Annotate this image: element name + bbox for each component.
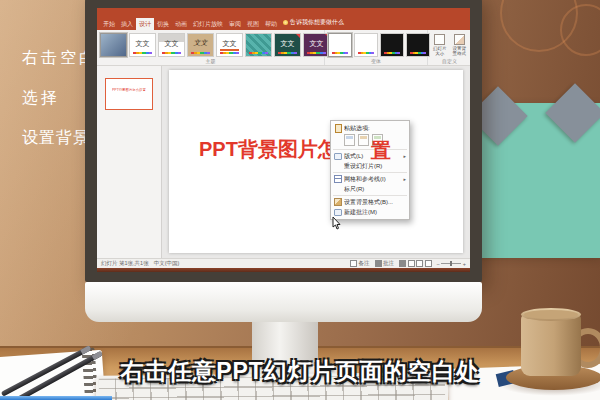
variant-4[interactable] xyxy=(406,33,430,57)
language-indicator[interactable]: 中文(中国) xyxy=(154,260,180,267)
menu-item-label: 网格和参考线(I) xyxy=(344,175,401,184)
slide-thumbnail-text: PPT背景图片怎么设置 xyxy=(109,87,148,91)
layout-icon xyxy=(334,153,342,160)
paste-keep-theme-icon[interactable] xyxy=(344,134,355,146)
theme-current[interactable] xyxy=(100,33,127,57)
submenu-arrow-icon: ▸ xyxy=(403,176,406,182)
paste-options-label: 粘贴选项: xyxy=(344,124,406,133)
theme-calligraphy[interactable]: 文文 xyxy=(187,33,214,57)
comment-icon xyxy=(334,209,342,216)
variant-gallery xyxy=(325,30,427,57)
tab-review[interactable]: 审阅 xyxy=(226,18,244,30)
tab-view[interactable]: 视图 xyxy=(244,18,262,30)
theme-label: 文文 xyxy=(194,40,208,47)
menu-item-label: 新建批注(M) xyxy=(344,208,406,217)
tab-insert[interactable]: 插入 xyxy=(118,18,136,30)
subtitle-caption: 右击任意PPT幻灯片页面的空白处 xyxy=(0,356,600,387)
tab-help[interactable]: 帮助 xyxy=(262,18,280,30)
tutorial-video-frame: 右击空白处 选择 设置背景格式 开始 插入 设计 切换 动画 幻灯片放映 审阅 … xyxy=(0,0,600,400)
slideshow-view-icon[interactable] xyxy=(425,260,432,267)
format-background-icon xyxy=(334,198,342,206)
slide-thumbnail-panel: PPT背景图片怎么设置 xyxy=(97,66,162,258)
customize-group-label: 自定义 xyxy=(428,59,470,64)
paste-options-row xyxy=(331,133,409,148)
slide-size-icon xyxy=(434,34,445,45)
grid-icon xyxy=(334,175,342,183)
comments-icon xyxy=(375,260,382,267)
comments-label: 批注 xyxy=(383,260,394,267)
theme-white-orange[interactable]: 文文 xyxy=(216,33,243,57)
slide-size-button[interactable]: 幻灯片大小 xyxy=(432,34,448,57)
theme-color-strip xyxy=(191,52,210,54)
theme-label: 文文 xyxy=(136,40,150,47)
themes-group: 文文 文文 文文 文文 文文 文文 主题 xyxy=(97,30,325,65)
themes-group-label: 主题 xyxy=(97,59,324,64)
menu-item-new-comment[interactable]: 新建批注(M) xyxy=(331,207,409,217)
slide-size-label: 幻灯片大小 xyxy=(432,46,448,57)
comments-button[interactable]: 批注 xyxy=(375,260,395,267)
menu-divider xyxy=(333,172,407,173)
menu-item-format-background[interactable]: 设置背景格式(B)... xyxy=(331,197,409,207)
theme-color-strip xyxy=(133,52,152,54)
slide-overlay-title-tail: 置 xyxy=(371,137,391,164)
status-bar: 幻灯片 第1张,共1张 中文(中国) 备注 批注 − + xyxy=(97,258,470,268)
video-progress-bar[interactable] xyxy=(0,396,112,400)
menu-divider xyxy=(333,195,407,196)
variants-group: 变体 xyxy=(325,30,428,65)
theme-color-strip xyxy=(249,52,268,54)
menu-item-reset-slide[interactable]: 重设幻灯片(R) xyxy=(331,161,409,171)
mug-rim xyxy=(521,308,581,321)
customize-group: 幻灯片大小 设置背景格式 自定义 xyxy=(428,30,470,65)
notes-label: 备注 xyxy=(359,260,370,267)
workspace: PPT背景图片怎么设置 PPT背景图片怎么设置 置 粘贴选项: xyxy=(97,66,470,258)
tab-home[interactable]: 开始 xyxy=(100,18,118,30)
format-background-icon xyxy=(454,34,465,45)
tab-design[interactable]: 设计 xyxy=(136,18,154,30)
new-flag-icon xyxy=(296,34,300,38)
powerpoint-window: 开始 插入 设计 切换 动画 幻灯片放映 审阅 视图 帮助 告诉我你想要做什么 xyxy=(97,8,470,272)
theme-office[interactable]: 文文 xyxy=(129,33,156,57)
zoom-controls: − + xyxy=(437,261,466,267)
variant-color-strip xyxy=(332,52,348,54)
normal-view-icon[interactable] xyxy=(399,260,406,267)
reading-view-icon[interactable] xyxy=(416,260,423,267)
ribbon-tabs: 开始 插入 设计 切换 动画 幻灯片放映 审阅 视图 帮助 告诉我你想要做什么 xyxy=(100,15,347,30)
theme-label: 文文 xyxy=(310,40,324,47)
notes-button[interactable]: 备注 xyxy=(350,260,370,267)
slide-sorter-view-icon[interactable] xyxy=(408,260,415,267)
paste-picture-icon[interactable] xyxy=(358,134,369,146)
theme-dark-green[interactable]: 文文 xyxy=(274,33,301,57)
customize-buttons: 幻灯片大小 设置背景格式 xyxy=(428,30,470,57)
clipboard-icon xyxy=(334,124,342,133)
menu-item-ruler[interactable]: 标尺(R) xyxy=(331,184,409,194)
format-background-label: 设置背景格式 xyxy=(452,46,468,57)
slide-thumbnail-1[interactable]: PPT背景图片怎么设置 xyxy=(105,78,153,110)
menu-item-grid-guides[interactable]: 网格和参考线(I) ▸ xyxy=(331,174,409,184)
theme-gray[interactable]: 文文 xyxy=(158,33,185,57)
tell-me-box[interactable]: 告诉我你想要做什么 xyxy=(280,15,347,30)
mouse-cursor xyxy=(332,216,341,234)
tab-slideshow[interactable]: 幻灯片放映 xyxy=(190,18,226,30)
slide-canvas[interactable]: PPT背景图片怎么设置 xyxy=(169,70,463,253)
variant-3[interactable] xyxy=(380,33,404,57)
format-background-button[interactable]: 设置背景格式 xyxy=(452,34,468,57)
menu-item-layout[interactable]: 版式(L) ▸ xyxy=(331,151,409,161)
theme-teal-pattern[interactable] xyxy=(245,33,272,57)
zoom-in-button[interactable]: + xyxy=(463,261,466,267)
zoom-slider-knob[interactable] xyxy=(450,261,452,266)
zoom-slider[interactable] xyxy=(441,263,461,264)
theme-label: 文文 xyxy=(223,40,237,47)
variant-2[interactable] xyxy=(354,33,378,57)
tab-animations[interactable]: 动画 xyxy=(172,18,190,30)
tab-transitions[interactable]: 切换 xyxy=(154,18,172,30)
view-buttons xyxy=(399,260,432,267)
menu-item-label: 设置背景格式(B)... xyxy=(344,198,406,207)
tip-line-2: 选择 xyxy=(22,88,60,109)
theme-color-strip xyxy=(307,52,326,54)
paste-options-header: 粘贴选项: xyxy=(331,123,409,133)
screen-bottom-edge xyxy=(97,268,470,272)
variant-color-strip xyxy=(358,52,374,54)
zoom-out-button[interactable]: − xyxy=(437,261,440,267)
variant-1[interactable] xyxy=(328,33,352,57)
slide-number-indicator: 幻灯片 第1张,共1张 xyxy=(101,260,149,267)
